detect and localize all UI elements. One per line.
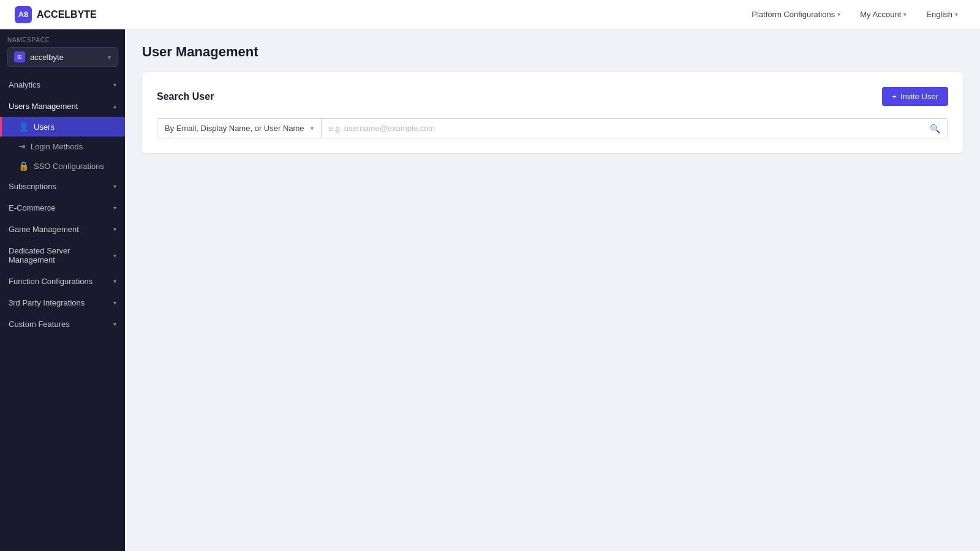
- my-account-chevron-icon: ▾: [903, 11, 907, 18]
- namespace-chevron-icon: ▾: [108, 54, 111, 61]
- users-icon: 👤: [18, 122, 29, 132]
- language-button[interactable]: English ▾: [919, 6, 965, 23]
- sidebar-section-ecommerce: E-Commerce ▾: [0, 197, 125, 219]
- game-management-chevron-icon: ▾: [113, 226, 116, 233]
- dedicated-server-chevron-icon: ▾: [113, 252, 116, 259]
- sidebar: NAMESPACE ⊞ accelbyte ▾ Analytics ▾ User…: [0, 29, 125, 551]
- analytics-chevron-icon: ▾: [113, 81, 116, 88]
- 3rd-party-chevron-icon: ▾: [113, 299, 116, 306]
- search-filter-dropdown[interactable]: By Email, Display Name, or User Name ▾: [157, 119, 322, 138]
- sidebar-section-analytics: Analytics ▾: [0, 74, 125, 96]
- login-icon: ⇥: [18, 141, 26, 151]
- logo-icon: A8: [15, 6, 32, 23]
- sidebar-item-ecommerce[interactable]: E-Commerce ▾: [0, 197, 125, 219]
- sidebar-item-analytics[interactable]: Analytics ▾: [0, 74, 125, 96]
- logo: A8 ACCELBYTE: [15, 6, 97, 23]
- sso-icon: 🔒: [18, 161, 29, 171]
- subscriptions-chevron-icon: ▾: [113, 183, 116, 190]
- sidebar-item-game-management[interactable]: Game Management ▾: [0, 219, 125, 240]
- page-title: User Management: [142, 44, 963, 60]
- filter-label: By Email, Display Name, or User Name: [165, 124, 304, 133]
- namespace-value: accelbyte: [30, 53, 103, 62]
- main-content: User Management Search User + Invite Use…: [125, 29, 980, 551]
- search-card-header: Search User + Invite User: [157, 87, 948, 106]
- search-input-wrap: 🔍: [322, 119, 948, 138]
- custom-features-chevron-icon: ▾: [113, 321, 116, 328]
- sidebar-section-dedicated-server: Dedicated Server Management ▾: [0, 240, 125, 271]
- sidebar-item-subscriptions[interactable]: Subscriptions ▾: [0, 176, 125, 197]
- sidebar-item-sso-configurations[interactable]: 🔒 SSO Configurations: [0, 156, 125, 176]
- sidebar-section-3rd-party: 3rd Party Integrations ▾: [0, 292, 125, 313]
- users-management-chevron-icon: ▴: [113, 103, 116, 110]
- sidebar-item-users-management[interactable]: Users Management ▴: [0, 96, 125, 117]
- platform-config-button[interactable]: Platform Configurations ▾: [744, 6, 848, 23]
- sidebar-item-function-configs[interactable]: Function Configurations ▾: [0, 271, 125, 292]
- search-row: By Email, Display Name, or User Name ▾ 🔍: [157, 118, 948, 138]
- ecommerce-chevron-icon: ▾: [113, 204, 116, 211]
- my-account-button[interactable]: My Account ▾: [853, 6, 914, 23]
- platform-config-chevron-icon: ▾: [837, 11, 840, 18]
- namespace-icon: ⊞: [14, 51, 25, 62]
- sidebar-item-login-methods[interactable]: ⇥ Login Methods: [0, 137, 125, 156]
- function-configs-chevron-icon: ▾: [113, 278, 116, 285]
- language-chevron-icon: ▾: [955, 11, 958, 18]
- sidebar-section-game-management: Game Management ▾: [0, 219, 125, 240]
- invite-user-button[interactable]: + Invite User: [882, 87, 948, 106]
- sidebar-item-custom-features[interactable]: Custom Features ▾: [0, 313, 125, 335]
- topbar: A8 ACCELBYTE Platform Configurations ▾ M…: [0, 0, 980, 29]
- sidebar-item-3rd-party[interactable]: 3rd Party Integrations ▾: [0, 292, 125, 313]
- search-card-title: Search User: [157, 91, 214, 102]
- namespace-selector[interactable]: ⊞ accelbyte ▾: [7, 47, 118, 67]
- plus-icon: +: [892, 92, 897, 101]
- search-icon: 🔍: [930, 124, 940, 133]
- namespace-section: NAMESPACE ⊞ accelbyte ▾: [0, 29, 125, 72]
- sidebar-section-custom-features: Custom Features ▾: [0, 313, 125, 335]
- layout: NAMESPACE ⊞ accelbyte ▾ Analytics ▾ User…: [0, 29, 980, 551]
- search-input[interactable]: [329, 124, 925, 133]
- topbar-right: Platform Configurations ▾ My Account ▾ E…: [744, 6, 965, 23]
- sidebar-item-dedicated-server[interactable]: Dedicated Server Management ▾: [0, 240, 125, 271]
- sidebar-section-users-management: Users Management ▴ 👤 Users ⇥ Login Metho…: [0, 96, 125, 176]
- sidebar-item-users[interactable]: 👤 Users: [0, 117, 125, 137]
- sidebar-section-subscriptions: Subscriptions ▾: [0, 176, 125, 197]
- sidebar-section-function-configs: Function Configurations ▾: [0, 271, 125, 292]
- sidebar-nav: Analytics ▾ Users Management ▴ 👤 Users ⇥…: [0, 72, 125, 337]
- logo-text: ACCELBYTE: [37, 9, 97, 20]
- search-card: Search User + Invite User By Email, Disp…: [142, 72, 963, 153]
- filter-chevron-icon: ▾: [311, 125, 314, 132]
- namespace-label: NAMESPACE: [7, 37, 118, 43]
